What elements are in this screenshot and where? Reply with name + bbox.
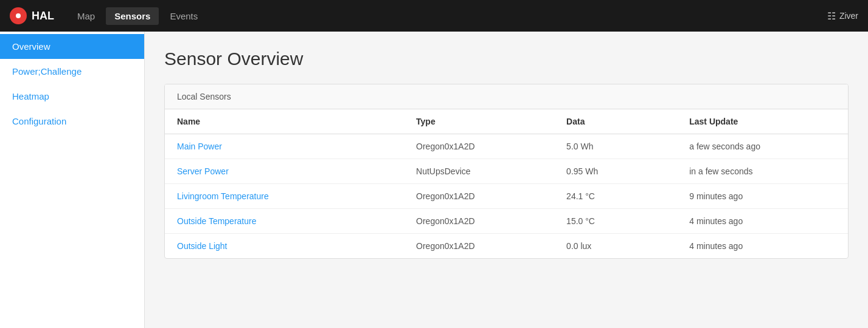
sensor-data: 15.0 °C [554,209,677,234]
sensor-last-update: 9 minutes ago [677,184,848,209]
sensor-name-link[interactable]: Livingroom Temperature [177,191,269,201]
sidebar: Overview Power;Challenge Heatmap Configu… [0,32,145,328]
sensor-type: Oregon0x1A2D [404,209,554,234]
sensor-name-link[interactable]: Server Power [177,166,229,176]
table-row: Main PowerOregon0x1A2D5.0 Wha few second… [165,134,848,159]
page-title: Sensor Overview [164,49,849,69]
sensor-name-link[interactable]: Main Power [177,142,222,151]
sensor-data: 24.1 °C [554,184,677,209]
sidebar-item-power-challenge[interactable]: Power;Challenge [0,59,144,84]
sensor-name-link[interactable]: Outside Temperature [177,216,256,226]
user-icon: ☷ [827,10,836,22]
nav-map[interactable]: Map [69,7,103,25]
sensor-data: 0.0 lux [554,234,677,259]
sensor-type: Oregon0x1A2D [404,134,554,159]
logo-icon [10,7,27,24]
topnav: HAL Map Sensors Events ☷ Ziver [0,0,868,32]
app-name: HAL [32,10,54,22]
col-header-name: Name [165,109,404,134]
sensor-data: 0.95 Wh [554,159,677,184]
sensor-table: Name Type Data Last Update Main PowerOre… [165,109,848,258]
table-row: Server PowerNutUpsDevice0.95 Whin a few … [165,159,848,184]
table-header-row: Name Type Data Last Update [165,109,848,134]
table-row: Livingroom TemperatureOregon0x1A2D24.1 °… [165,184,848,209]
col-header-update: Last Update [677,109,848,134]
table-row: Outside LightOregon0x1A2D0.0 lux4 minute… [165,234,848,259]
sidebar-item-heatmap[interactable]: Heatmap [0,84,144,109]
sidebar-item-overview[interactable]: Overview [0,34,144,59]
sensor-name-link[interactable]: Outside Light [177,241,227,251]
col-header-type: Type [404,109,554,134]
nav-sensors[interactable]: Sensors [106,7,159,25]
nav-events[interactable]: Events [161,7,206,25]
app-logo[interactable]: HAL [10,7,54,24]
sensor-last-update: a few seconds ago [677,134,848,159]
sensor-last-update: 4 minutes ago [677,234,848,259]
sidebar-item-configuration[interactable]: Configuration [0,109,144,134]
sensor-type: NutUpsDevice [404,159,554,184]
table-row: Outside TemperatureOregon0x1A2D15.0 °C4 … [165,209,848,234]
sensor-last-update: 4 minutes ago [677,209,848,234]
sensor-type: Oregon0x1A2D [404,234,554,259]
sensor-card: Local Sensors Name Type Data Last Update… [164,84,849,259]
main-content: Sensor Overview Local Sensors Name Type … [145,32,868,328]
sensor-data: 5.0 Wh [554,134,677,159]
layout: Overview Power;Challenge Heatmap Configu… [0,32,868,328]
user-name: Ziver [839,11,858,21]
topnav-items: Map Sensors Events [69,7,827,25]
card-header: Local Sensors [165,84,848,109]
col-header-data: Data [554,109,677,134]
sensor-last-update: in a few seconds [677,159,848,184]
user-menu[interactable]: ☷ Ziver [827,10,858,22]
sensor-type: Oregon0x1A2D [404,184,554,209]
